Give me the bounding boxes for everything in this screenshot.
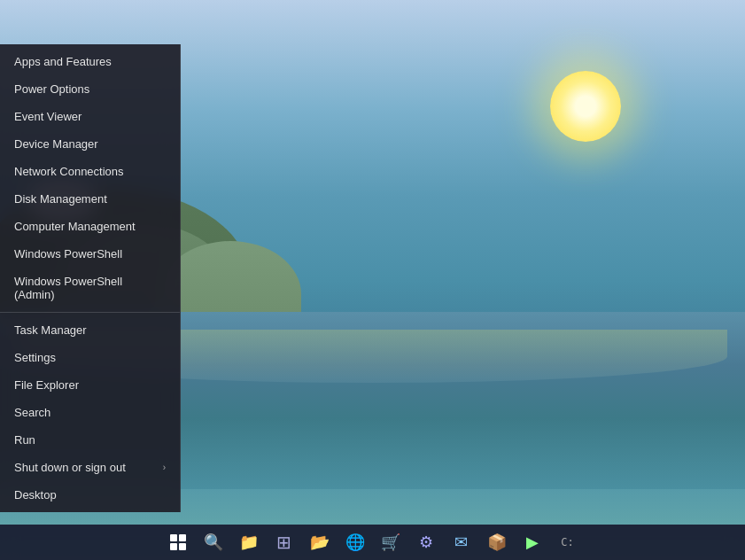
menu-item-label-disk-management: Disk Management <box>14 192 107 206</box>
menu-item-label-windows-powershell-admin: Windows PowerShell (Admin) <box>14 275 166 301</box>
taskbar-icon-terminal[interactable]: ▶ <box>516 526 548 558</box>
menu-item-label-device-manager: Device Manager <box>14 137 98 151</box>
taskbar-icon-start[interactable] <box>162 526 194 558</box>
menu-item-desktop[interactable]: Desktop <box>0 481 180 509</box>
menu-item-device-manager[interactable]: Device Manager <box>0 130 180 158</box>
menu-item-power-options[interactable]: Power Options <box>0 75 180 103</box>
taskbar-icon-mail[interactable]: ✉ <box>446 526 477 558</box>
menu-item-task-manager[interactable]: Task Manager <box>0 316 180 344</box>
taskbar-icon-search[interactable]: 🔍 <box>198 526 229 558</box>
menu-item-event-viewer[interactable]: Event Viewer <box>0 103 180 130</box>
taskbar-icon-installer[interactable]: 📦 <box>481 526 513 558</box>
menu-item-search[interactable]: Search <box>0 399 180 426</box>
taskbar-icon-explorer[interactable]: 📂 <box>304 526 336 558</box>
menu-item-apps-features[interactable]: Apps and Features <box>0 48 180 75</box>
menu-item-label-run: Run <box>14 433 35 447</box>
menu-item-settings[interactable]: Settings <box>0 344 180 371</box>
taskbar-icon-edge[interactable]: 🌐 <box>339 526 371 558</box>
menu-item-label-search: Search <box>14 406 50 419</box>
menu-item-arrow-shut-down-sign-out: › <box>163 463 166 472</box>
menu-item-label-file-explorer: File Explorer <box>14 378 79 392</box>
menu-item-windows-powershell-admin[interactable]: Windows PowerShell (Admin) <box>0 268 180 308</box>
menu-item-label-task-manager: Task Manager <box>14 323 87 337</box>
menu-item-run[interactable]: Run <box>0 426 180 454</box>
menu-item-label-settings: Settings <box>14 351 56 364</box>
taskbar-icon-file-manager[interactable]: 📁 <box>233 526 265 558</box>
menu-item-label-event-viewer: Event Viewer <box>14 110 81 123</box>
taskbar: 🔍📁⊞📂🌐🛒⚙✉📦▶C: <box>0 525 745 560</box>
menu-item-label-network-connections: Network Connections <box>14 165 124 178</box>
taskbar-icon-cmd[interactable]: C: <box>552 526 584 558</box>
menu-divider-windows-powershell-admin <box>0 312 180 313</box>
menu-item-label-power-options: Power Options <box>14 82 89 96</box>
taskbar-icon-store[interactable]: 🛒 <box>375 526 407 558</box>
context-menu: Apps and FeaturesPower OptionsEvent View… <box>0 44 181 512</box>
menu-item-windows-powershell[interactable]: Windows PowerShell <box>0 240 180 268</box>
taskbar-icons: 🔍📁⊞📂🌐🛒⚙✉📦▶C: <box>162 526 584 558</box>
menu-item-shut-down-sign-out[interactable]: Shut down or sign out› <box>0 454 180 481</box>
menu-item-label-shut-down-sign-out: Shut down or sign out <box>14 461 126 474</box>
menu-item-label-desktop: Desktop <box>14 488 57 502</box>
menu-item-file-explorer[interactable]: File Explorer <box>0 371 180 399</box>
menu-item-disk-management[interactable]: Disk Management <box>0 185 180 213</box>
taskbar-icon-multitask[interactable]: ⊞ <box>268 526 300 558</box>
sun <box>550 71 621 142</box>
menu-item-label-computer-management: Computer Management <box>14 220 136 233</box>
menu-item-label-apps-features: Apps and Features <box>14 55 112 68</box>
menu-item-network-connections[interactable]: Network Connections <box>0 158 180 185</box>
taskbar-icon-settings-tb[interactable]: ⚙ <box>410 526 442 558</box>
menu-item-computer-management[interactable]: Computer Management <box>0 213 180 240</box>
menu-item-label-windows-powershell: Windows PowerShell <box>14 247 122 261</box>
desktop: Apps and FeaturesPower OptionsEvent View… <box>0 0 745 560</box>
